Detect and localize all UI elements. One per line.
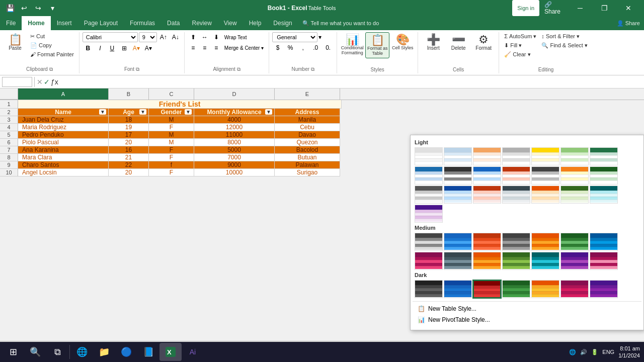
tab-insert[interactable]: Insert [51, 16, 78, 30]
cell-r6-c0[interactable]: Piolo Pascual [18, 139, 109, 146]
align-center-button[interactable]: ≡ [199, 43, 210, 53]
cell-styles-button[interactable]: 🎨 Cell Styles [390, 32, 415, 52]
tab-page-layout[interactable]: Page Layout [78, 16, 124, 30]
col-header-b[interactable]: B [109, 88, 149, 100]
conditional-formatting-button[interactable]: 📊 Conditional Formatting [340, 32, 364, 57]
align-right-button[interactable]: ≡ [211, 43, 222, 53]
increase-decimal-button[interactable]: .0 [310, 43, 321, 53]
fill-button[interactable]: ⬇ Fill ▾ [502, 41, 538, 50]
style-thumb-light-5[interactable] [560, 147, 589, 165]
insert-function-icon[interactable]: ƒx [51, 78, 58, 86]
cell-r6-c1[interactable]: 20 [109, 139, 149, 146]
format-button[interactable]: ⚙ Format [471, 32, 496, 53]
style-thumb-light-19[interactable] [560, 186, 589, 204]
row-header-5[interactable]: 5 [0, 131, 18, 139]
wrap-text-button[interactable]: Wrap Text [222, 32, 249, 42]
style-thumb-medium-3[interactable] [502, 233, 530, 251]
align-left-button[interactable]: ≡ [188, 43, 199, 53]
cell-r5-c4[interactable]: Davao [275, 131, 340, 139]
cell-r5-c0[interactable]: Pedro Penduko [18, 131, 109, 139]
style-thumb-light-13[interactable] [590, 166, 618, 185]
cut-button[interactable]: ✂ Cut [28, 32, 76, 41]
style-thumb-light-11[interactable] [531, 166, 559, 185]
style-thumb-dark-3[interactable] [502, 280, 530, 298]
style-thumb-light-16[interactable] [473, 186, 501, 204]
cell-r9-c3[interactable]: 9000 [194, 161, 275, 169]
cell-reference-box[interactable]: A2 [2, 77, 32, 87]
cell-r9-c0[interactable]: Charo Santos [18, 161, 109, 169]
align-top-button[interactable]: ⬆ [188, 32, 199, 42]
font-name-select[interactable]: Calibri [83, 32, 138, 42]
style-thumb-light-14[interactable] [415, 186, 443, 204]
tab-design[interactable]: Design [267, 16, 298, 30]
undo-icon[interactable]: ↩ [18, 2, 30, 14]
cell-r9-c2[interactable]: f [149, 161, 194, 169]
cell-r9-c1[interactable]: 22 [109, 161, 149, 169]
tab-home[interactable]: Home [22, 16, 50, 30]
redo-icon[interactable]: ↪ [32, 2, 44, 14]
cell-r6-c2[interactable]: M [149, 139, 194, 146]
tab-data[interactable]: Data [161, 16, 186, 30]
italic-button[interactable]: I [95, 43, 106, 53]
cell-r7-c3[interactable]: 5000 [194, 146, 275, 154]
row-header-7[interactable]: 7 [0, 146, 18, 154]
browser-taskbar[interactable]: 🌐 [71, 343, 93, 361]
word-taskbar[interactable]: 📘 [137, 343, 159, 361]
style-thumb-light-12[interactable] [560, 166, 589, 185]
style-thumb-medium-12[interactable] [560, 252, 589, 270]
style-thumb-medium-10[interactable] [502, 252, 530, 270]
cell-r7-c0[interactable]: Ana Karanina [18, 146, 109, 154]
header-gender[interactable]: Gender ▼ [149, 109, 194, 116]
style-thumb-medium-5[interactable] [560, 233, 589, 251]
tab-help[interactable]: Help [243, 16, 268, 30]
style-thumb-dark-6[interactable] [590, 280, 618, 298]
style-thumb-light-0[interactable] [415, 147, 443, 165]
style-thumb-medium-1[interactable] [444, 233, 472, 251]
restore-button[interactable]: ❐ [593, 0, 616, 16]
header-allowance[interactable]: Monthly Allowance ▼ [194, 109, 275, 116]
header-address[interactable]: Address [275, 109, 340, 116]
start-button[interactable]: ⊞ [2, 343, 24, 361]
excel-taskbar[interactable]: X [159, 343, 182, 361]
row-header-8[interactable]: 8 [0, 154, 18, 161]
header-name[interactable]: Name ▼ [18, 109, 109, 116]
style-thumb-light-17[interactable] [502, 186, 530, 204]
filter-dropdown-age[interactable]: ▼ [139, 109, 146, 115]
cell-r4-c4[interactable]: Cebu [275, 124, 340, 131]
cell-r8-c1[interactable]: 21 [109, 154, 149, 161]
style-thumb-dark-0[interactable] [415, 280, 443, 298]
comma-button[interactable]: , [297, 43, 308, 53]
font-size-select[interactable]: 9 [139, 32, 157, 42]
filter-dropdown-gender[interactable]: ▼ [185, 109, 192, 115]
insert-button[interactable]: ➕ Insert [421, 32, 445, 53]
style-thumb-light-10[interactable] [502, 166, 530, 185]
customize-icon[interactable]: ▾ [46, 2, 58, 14]
search-button[interactable]: 🔍 [24, 343, 46, 361]
share-button[interactable]: 🔗 Share [544, 0, 568, 16]
sort-filter-button[interactable]: ↕ Sort & Filter ▾ [539, 32, 590, 41]
cell-r8-c2[interactable]: F [149, 154, 194, 161]
bold-button[interactable]: B [83, 43, 94, 53]
confirm-formula-icon[interactable]: ✓ [44, 78, 50, 86]
border-button[interactable]: ⊞ [119, 43, 130, 53]
tab-view[interactable]: View [218, 16, 243, 30]
new-table-style-item[interactable]: 📋 New Table Style... [415, 304, 639, 314]
cell-r3-c1[interactable]: 18 [109, 116, 149, 124]
tab-formulas[interactable]: Formulas [124, 16, 161, 30]
cell-r10-c2[interactable]: F [149, 169, 194, 176]
tab-review[interactable]: Review [186, 16, 217, 30]
cell-r10-c0[interactable]: Angel Locsin [18, 169, 109, 176]
filter-dropdown-allowance[interactable]: ▼ [265, 109, 272, 115]
col-header-d[interactable]: D [194, 88, 275, 100]
title-cell[interactable]: Friend's List [18, 100, 342, 109]
style-thumb-light-8[interactable] [444, 166, 472, 185]
style-thumb-light-2[interactable] [473, 147, 501, 165]
style-thumb-medium-7[interactable] [415, 252, 443, 270]
style-thumb-light-3[interactable] [502, 147, 530, 165]
style-thumb-dark-1[interactable] [444, 280, 472, 298]
tab-file[interactable]: File [0, 16, 22, 30]
decrease-decimal-button[interactable]: 0. [323, 43, 334, 53]
cell-r5-c2[interactable]: M [149, 131, 194, 139]
row-header-6[interactable]: 6 [0, 139, 18, 146]
style-thumb-light-15[interactable] [444, 186, 472, 204]
